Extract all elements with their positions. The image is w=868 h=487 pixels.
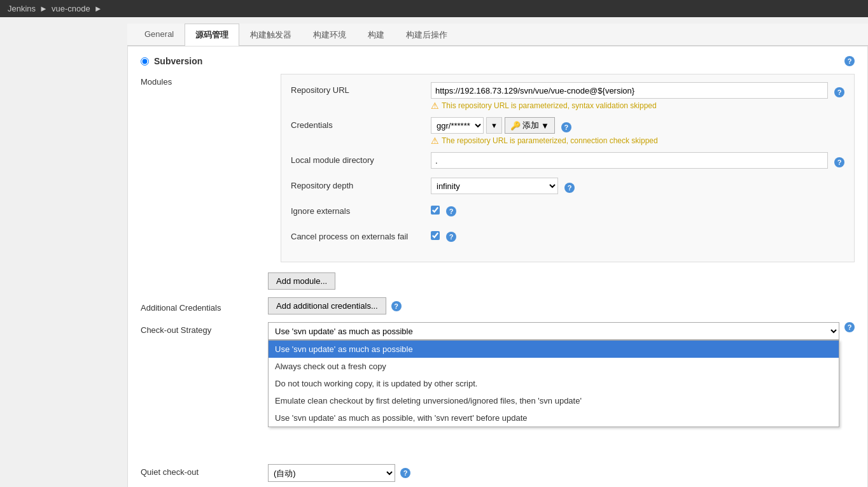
connection-warning: ⚠ The repository URL is parameterized, c… (431, 136, 844, 146)
modules-box: Repository URL https://192.168.73.129/sv… (281, 74, 855, 262)
additional-creds-control: Add additional credentials... ? (268, 297, 855, 314)
tab-build-triggers[interactable]: 构建触发器 (239, 24, 302, 46)
tab-source-management[interactable]: 源码管理 (185, 24, 239, 46)
credentials-select[interactable]: ggr/****** (431, 117, 484, 134)
ignore-externals-checkbox[interactable] (431, 206, 440, 215)
credentials-caret-btn[interactable]: ▼ (486, 117, 502, 134)
project-link[interactable]: vue-cnode (52, 4, 90, 13)
quiet-checkout-label: Quiet check-out (141, 464, 268, 477)
add-caret-icon: ▼ (541, 121, 549, 131)
subversion-title: Subversion (154, 56, 202, 66)
cancel-externals-row: Cancel process on externals fail ? (291, 229, 844, 248)
checkout-option-3[interactable]: Emulate clean checkout by first deleting… (269, 392, 839, 409)
repo-depth-help-icon[interactable]: ? (564, 183, 575, 193)
checkout-option-4[interactable]: Use 'svn update' as much as possible, wi… (269, 409, 839, 427)
local-dir-row: Local module directory . ? (291, 152, 844, 171)
breadcrumb: Jenkins ► vue-cnode ► (0, 0, 868, 17)
ignore-externals-row: Ignore externals ? (291, 203, 844, 222)
repo-depth-control: infinity empty files immediates ? (431, 178, 844, 194)
modules-label: Modules (141, 74, 268, 87)
subversion-radio[interactable] (141, 57, 149, 66)
subversion-help-icon[interactable]: ? (844, 56, 855, 66)
checkout-strategy-label: Check-out Strategy (141, 322, 268, 335)
ignore-externals-control: ? (431, 203, 844, 216)
checkout-dropdown-wrapper: Use 'svn update' as much as possible Use… (268, 322, 839, 340)
quiet-checkout-select[interactable]: (自动) (268, 464, 395, 482)
quiet-checkout-row: Quiet check-out (自动) ? (141, 464, 855, 482)
tab-post-build[interactable]: 构建后操作 (395, 24, 458, 46)
local-dir-control: . ? (431, 152, 844, 169)
tab-build-env[interactable]: 构建环境 (302, 24, 357, 46)
cancel-externals-help-icon[interactable]: ? (446, 232, 456, 242)
repo-url-help-icon[interactable]: ? (834, 87, 844, 97)
checkout-strategy-help-icon[interactable]: ? (844, 322, 855, 332)
repo-depth-row: Repository depth infinity empty files im… (291, 178, 844, 197)
tabs-bar: General 源码管理 构建触发器 构建环境 构建 构建后操作 (127, 24, 868, 46)
checkout-option-2[interactable]: Do not touch working copy, it is updated… (269, 375, 839, 392)
additional-creds-help-icon[interactable]: ? (391, 301, 402, 311)
repo-url-row: Repository URL https://192.168.73.129/sv… (291, 82, 844, 111)
repo-url-input[interactable]: https://192.168.73.129/svn/vue/vue-cnode… (431, 82, 828, 99)
key-icon: 🔑 (510, 121, 521, 131)
url-warning-icon: ⚠ (431, 101, 439, 111)
tab-build[interactable]: 构建 (357, 24, 395, 46)
breadcrumb-sep2: ► (94, 4, 102, 13)
local-dir-input[interactable]: . (431, 152, 828, 169)
subversion-header: Subversion ? (141, 56, 855, 66)
depth-select-wrapper: infinity empty files immediates (431, 178, 558, 194)
modules-control: Repository URL https://192.168.73.129/sv… (268, 74, 855, 290)
main-content: Subversion ? Modules Repository URL http… (127, 46, 868, 487)
checkout-strategy-control: Use 'svn update' as much as possible Use… (268, 322, 855, 340)
quiet-checkout-help-icon[interactable]: ? (400, 468, 410, 478)
local-dir-help-icon[interactable]: ? (834, 157, 844, 167)
credentials-label: Credentials (291, 117, 431, 130)
repo-depth-label: Repository depth (291, 178, 431, 190)
ignore-externals-label: Ignore externals (291, 203, 431, 216)
additional-creds-label: Additional Credentials (141, 300, 268, 313)
tab-general[interactable]: General (134, 24, 185, 46)
repo-url-label: Repository URL (291, 82, 431, 95)
local-dir-label: Local module directory (291, 152, 431, 165)
additional-creds-row: Additional Credentials Add additional cr… (141, 297, 855, 314)
modules-row: Modules Repository URL https://192.168.7… (141, 74, 855, 290)
connection-warning-icon: ⚠ (431, 136, 439, 146)
add-credentials-button[interactable]: Add additional credentials... (268, 297, 386, 314)
checkout-dropdown-overlay: Use 'svn update' as much as possible Alw… (268, 340, 839, 427)
depth-select[interactable]: infinity empty files immediates (431, 178, 558, 194)
quiet-checkout-control: (自动) ? (268, 464, 855, 482)
credentials-add-btn[interactable]: 🔑 添加 ▼ (505, 117, 555, 134)
breadcrumb-sep1: ► (39, 4, 48, 13)
add-module-button[interactable]: Add module... (268, 272, 335, 290)
checkout-option-1[interactable]: Always check out a fresh copy (269, 358, 839, 375)
url-warning: ⚠ This repository URL is parameterized, … (431, 101, 844, 111)
ignore-externals-help-icon[interactable]: ? (446, 206, 456, 216)
checkout-option-0[interactable]: Use 'svn update' as much as possible (269, 341, 839, 358)
repo-url-control: https://192.168.73.129/svn/vue/vue-cnode… (431, 82, 844, 111)
checkout-strategy-row: Check-out Strategy Use 'svn update' as m… (141, 322, 855, 340)
cancel-externals-checkbox[interactable] (431, 231, 440, 240)
cancel-externals-control: ? (431, 229, 844, 242)
credentials-control: ggr/****** ▼ 🔑 添加 ▼ ? (431, 117, 844, 146)
checkout-strategy-select[interactable]: Use 'svn update' as much as possible (268, 322, 839, 340)
credentials-row: Credentials ggr/****** ▼ 🔑 (291, 117, 844, 146)
cancel-externals-label: Cancel process on externals fail (291, 229, 431, 241)
jenkins-link[interactable]: Jenkins (8, 4, 36, 13)
credentials-help-icon[interactable]: ? (561, 122, 571, 132)
credentials-select-group: ggr/****** ▼ 🔑 添加 ▼ (431, 117, 555, 134)
